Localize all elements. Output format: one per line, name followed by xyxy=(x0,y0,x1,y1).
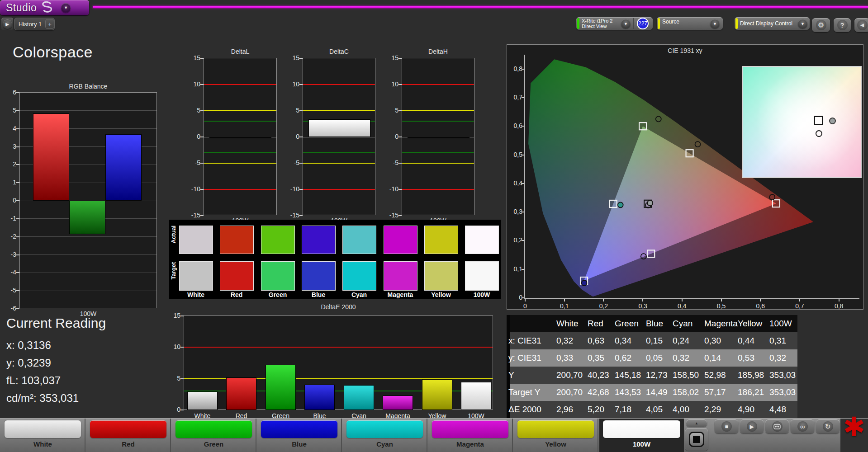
play-arrow-icon: ▶ xyxy=(3,19,12,29)
pattern-button-red[interactable]: Red xyxy=(86,419,171,452)
y-tick-mark xyxy=(16,236,19,237)
table-cell: 0,14 xyxy=(704,349,738,367)
pattern-label: Red xyxy=(86,440,170,448)
infinity-icon: ∞ xyxy=(797,421,808,432)
source-dropdown[interactable]: Source ▼ xyxy=(657,17,723,30)
cie-y-tick-mark xyxy=(522,212,524,212)
meter-line2: Direct View xyxy=(582,24,612,29)
reference-line xyxy=(303,163,375,164)
pattern-button-green[interactable]: Green xyxy=(172,419,256,452)
y-tick-mark xyxy=(299,163,303,164)
table-cell: 0,33 xyxy=(556,349,588,367)
swatch-column-label: Yellow xyxy=(421,291,461,298)
actual-target-swatch-panel: Actual Target WhiteRedGreenBlueCyanMagen… xyxy=(169,220,501,299)
meter-name: X-Rite i1Pro 2 Direct View xyxy=(582,18,612,29)
meter-count-badge[interactable]: 227 xyxy=(637,18,649,29)
stop-button[interactable]: ■ xyxy=(715,419,738,433)
actual-swatch xyxy=(424,226,458,254)
source-chevron-down-icon[interactable]: ▼ xyxy=(710,19,720,28)
pattern-button-blue[interactable]: Blue xyxy=(257,419,342,452)
swatch-column-label: Magenta xyxy=(380,291,421,298)
table-header-cell: Magenta xyxy=(704,315,738,332)
bar xyxy=(105,134,142,201)
bar xyxy=(308,119,370,137)
table-cell: 0,35 xyxy=(588,349,615,367)
cie-x-tick-mark xyxy=(564,299,565,301)
rgb-balance-chart: 6543210-1-2-3-4-5-6 xyxy=(19,92,157,308)
display-control-status-stripe xyxy=(735,18,738,29)
y-tick-label: -15 xyxy=(284,212,299,219)
help-button[interactable]: ? xyxy=(834,18,851,32)
continuous-measure-button[interactable]: ∞ xyxy=(791,419,814,433)
gear-icon: ⚙ xyxy=(816,20,826,30)
add-tab-button[interactable]: + xyxy=(45,19,54,29)
swatch-column-label: 100W xyxy=(461,291,502,298)
bar xyxy=(304,385,335,410)
current-reading-y: y: 0,3239 xyxy=(6,357,51,369)
y-tick-mark xyxy=(398,215,402,216)
play-button[interactable]: ▶ xyxy=(740,419,764,433)
cie-y-tick-mark xyxy=(522,97,524,98)
table-cell: 40,23 xyxy=(588,367,615,384)
actual-row-label: Actual xyxy=(170,235,177,244)
gridline xyxy=(20,291,157,291)
meter-dropdown[interactable]: X-Rite i1Pro 2 Direct View ▼ 227 xyxy=(576,17,653,30)
y-tick-label: -4 xyxy=(1,268,16,276)
y-tick-label: 5 xyxy=(284,107,299,114)
collapse-toolbar-button[interactable]: ◀ xyxy=(854,18,868,32)
pattern-button-cyan[interactable]: Cyan xyxy=(343,419,427,452)
source-status-stripe xyxy=(658,18,660,29)
logo-menu-chevron-down-icon[interactable]: ▼ xyxy=(61,3,71,13)
swatch-column-label: White xyxy=(175,291,216,298)
y-tick-label: 10 xyxy=(185,80,200,88)
y-tick-label: 4 xyxy=(1,125,16,132)
reference-line xyxy=(402,189,474,190)
app-logo[interactable]: Studio ▼ xyxy=(0,0,89,15)
meter-chevron-down-icon[interactable]: ▼ xyxy=(621,19,631,28)
cie-y-tick-mark xyxy=(522,155,524,155)
y-tick-mark xyxy=(16,272,19,273)
pattern-button-white[interactable]: White xyxy=(1,419,85,452)
reference-line xyxy=(204,84,276,85)
y-tick-label: -10 xyxy=(284,185,299,193)
table-row-label: Target Y xyxy=(508,384,556,401)
y-tick-mark xyxy=(398,110,402,111)
pattern-swatch xyxy=(517,420,594,438)
y-tick-label: -6 xyxy=(1,305,16,312)
y-tick-mark xyxy=(299,110,303,111)
cie-x-tick-mark xyxy=(642,299,643,301)
bar xyxy=(226,377,256,410)
pattern-swatch xyxy=(5,420,81,438)
target-swatch xyxy=(302,261,336,291)
reference-line xyxy=(402,84,474,85)
y-tick-label: 0 xyxy=(284,133,299,140)
y-tick-mark xyxy=(16,92,19,93)
pattern-button-magenta[interactable]: Magenta xyxy=(428,419,513,452)
display-control-dropdown[interactable]: Direct Display Control ▼ xyxy=(735,17,810,30)
table-row: x: CIE310,320,630,340,150,240,300,440,31 xyxy=(510,332,797,349)
gridline xyxy=(20,273,157,273)
actual-swatch xyxy=(465,226,499,254)
bar xyxy=(422,379,452,410)
pattern-button-yellow[interactable]: Yellow xyxy=(514,419,598,452)
pattern-up-button[interactable]: ▲ xyxy=(686,419,707,427)
table-row: Target Y200,7042,68143,5314,49158,0257,1… xyxy=(510,384,797,401)
table-header-cell: Yellow xyxy=(738,315,769,332)
display-control-chevron-down-icon[interactable]: ▼ xyxy=(798,19,807,28)
reference-line xyxy=(303,84,375,85)
stop-icon: ■ xyxy=(721,421,732,432)
measured-dot-marker xyxy=(829,118,836,124)
gridline xyxy=(20,254,157,255)
tab-scroll-button[interactable]: ▶ xyxy=(1,18,13,30)
pattern-window-button[interactable] xyxy=(685,428,708,451)
refresh-button[interactable]: ↻ xyxy=(816,419,840,433)
single-measure-button[interactable] xyxy=(765,419,789,433)
tab-history-1[interactable]: History 1 + xyxy=(14,18,55,30)
refresh-icon: ↻ xyxy=(823,421,833,432)
pattern-button-100w[interactable]: 100W xyxy=(599,419,684,452)
cie-y-tick-mark xyxy=(522,69,524,70)
cie-y-tick-mark xyxy=(522,240,524,241)
settings-button[interactable]: ⚙ xyxy=(812,18,830,32)
table-row-label: x: CIE31 xyxy=(508,332,556,349)
current-reading-cdm2: cd/m²: 353,031 xyxy=(6,392,79,405)
